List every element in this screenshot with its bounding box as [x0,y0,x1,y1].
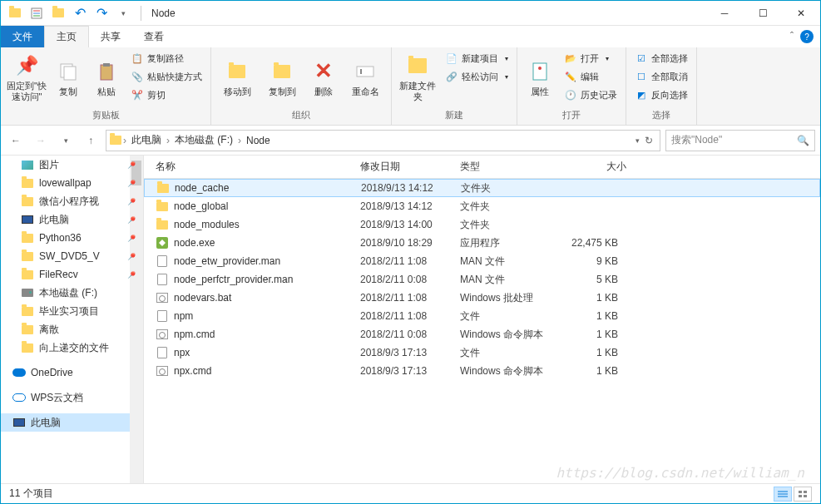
tab-share[interactable]: 共享 [89,26,132,47]
crumb-folder[interactable]: Node [243,135,274,146]
sidebar-item[interactable]: 本地磁盘 (F:) [1,284,143,302]
sidebar-item[interactable]: 图片📍 [1,156,143,174]
table-row[interactable]: node_etw_provider.man 2018/2/11 1:08 MAN… [144,252,820,270]
sidebar-item[interactable]: WPS云文档 [1,388,143,407]
moveto-button[interactable]: 移动到 [216,49,258,106]
crumb-drive[interactable]: 本地磁盘 (F:) [171,133,236,147]
titlebar: ↶ ↷ ▾ Node ─ ☐ ✕ [1,1,820,26]
newitem-button[interactable]: 📄新建项目▾ [442,49,512,67]
col-date[interactable]: 修改日期 [360,160,460,174]
tab-home[interactable]: 主页 [44,26,89,47]
breadcrumb[interactable]: › 此电脑 › 本地磁盘 (F:) › Node ▾ ↻ [106,130,660,151]
pasteshortcut-button[interactable]: 📎粘贴快捷方式 [127,67,205,86]
search-input[interactable]: 搜索"Node" 🔍 [665,130,815,151]
chevron-right-icon[interactable]: › [166,135,170,146]
sidebar-item[interactable]: 微信小程序视📍 [1,192,143,210]
recent-dropdown[interactable]: ▾ [56,131,76,151]
minimize-button[interactable]: ─ [705,1,744,26]
addressbar: ← → ▾ ↑ › 此电脑 › 本地磁盘 (F:) › Node ▾ ↻ 搜索"… [1,126,820,156]
col-type[interactable]: 类型 [460,160,560,174]
table-row[interactable]: nodevars.bat 2018/2/11 1:08 Windows 批处理 … [144,289,820,307]
selectnone-button[interactable]: ☐全部取消 [631,67,691,86]
edit-button[interactable]: ✏️编辑 [561,67,621,86]
refresh-icon[interactable]: ↻ [645,135,653,146]
sidebar-item[interactable]: Python36📍 [1,229,143,247]
tab-file[interactable]: 文件 [1,26,44,47]
rename-button[interactable]: 重命名 [344,49,386,106]
folder-icon [156,200,169,213]
table-row[interactable]: node_modules 2018/9/13 14:00 文件夹 [144,215,820,234]
chevron-right-icon[interactable]: › [238,135,241,146]
properties-icon[interactable] [27,4,46,22]
paste-button[interactable]: 粘贴 [89,49,124,106]
file-icon [156,273,169,286]
table-row[interactable]: node.exe 2018/9/10 18:29 应用程序 22,475 KB [144,234,820,252]
sidebar-item[interactable]: 此电脑 [1,413,143,432]
sidebar-item[interactable]: SW_DVD5_V📍 [1,247,143,265]
folder-icon [156,218,169,231]
redo-icon[interactable]: ↷ [92,4,111,22]
help-icon[interactable]: ? [800,30,814,43]
search-icon[interactable]: 🔍 [797,135,809,146]
view-icons-button[interactable] [794,487,812,502]
selectnone-icon: ☐ [635,70,648,83]
view-details-button[interactable] [774,487,792,502]
properties-button[interactable]: 属性 [522,49,557,106]
easyaccess-icon: 🔗 [445,70,458,83]
table-row[interactable]: npm.cmd 2018/2/11 0:08 Windows 命令脚本 1 KB [144,325,820,343]
sidebar-item[interactable]: 此电脑📍 [1,210,143,229]
new-folder-icon[interactable] [49,4,67,22]
forward-button[interactable]: → [31,131,51,151]
history-icon: 🕐 [564,88,577,101]
table-row[interactable]: npx 2018/9/3 17:13 文件 1 KB [144,343,820,362]
folder-icon [21,268,34,281]
svg-rect-17 [799,495,802,497]
undo-icon[interactable]: ↶ [71,4,89,22]
cut-button[interactable]: ✂️剪切 [127,86,205,104]
svg-rect-15 [799,491,802,493]
col-size[interactable]: 大小 [560,160,626,174]
selectall-button[interactable]: ☑全部选择 [631,49,691,67]
table-row[interactable]: node_global 2018/9/13 14:12 文件夹 [144,197,820,215]
up-button[interactable]: ↑ [81,131,101,151]
file-size: 22,475 KB [560,237,626,249]
collapse-ribbon-icon[interactable]: ˆ [790,31,794,42]
window-title: Node [145,7,705,19]
copypath-button[interactable]: 📋复制路径 [127,49,205,67]
newfolder-button[interactable]: 新建文件夹 [397,49,438,106]
open-button[interactable]: 📂打开▾ [561,49,621,67]
invertsel-button[interactable]: ◩反向选择 [631,86,691,104]
crumb-pc[interactable]: 此电脑 [128,133,165,147]
sidebar-item[interactable]: 离散 [1,320,143,338]
table-row[interactable]: npx.cmd 2018/9/3 17:13 Windows 命令脚本 1 KB [144,362,820,380]
sidebar-item[interactable]: lovewallpap📍 [1,174,143,192]
copypath-icon: 📋 [131,52,144,65]
file-name: node_etw_provider.man [174,255,360,267]
folder-icon [21,231,34,245]
qat-dropdown-icon[interactable]: ▾ [114,4,132,22]
maximize-button[interactable]: ☐ [744,1,782,26]
sidebar-item-label: FileRecv [39,269,78,280]
sidebar-item[interactable]: 向上递交的文件 [1,338,143,357]
pin-quickaccess-button[interactable]: 📌 固定到"快速访问" [6,49,47,106]
sidebar-item[interactable]: 毕业实习项目 [1,302,143,320]
easyaccess-button[interactable]: 🔗轻松访问▾ [442,67,512,86]
col-name[interactable]: 名称 [144,160,360,174]
sidebar-item[interactable]: OneDrive [1,363,143,382]
sidebar-item[interactable]: FileRecv📍 [1,265,143,284]
copy-button[interactable]: 复制 [51,49,86,106]
history-button[interactable]: 🕐历史记录 [561,86,621,104]
file-date: 2018/2/11 0:08 [360,329,460,340]
chevron-down-icon[interactable]: ▾ [636,136,640,145]
sidebar-item-label: lovewallpap [39,177,91,189]
copyto-button[interactable]: 复制到 [261,49,303,106]
delete-button[interactable]: ✕ 删除 [306,49,341,106]
close-button[interactable]: ✕ [782,1,820,26]
chevron-right-icon[interactable]: › [123,135,126,146]
back-button[interactable]: ← [6,131,26,151]
table-row[interactable]: npm 2018/2/11 1:08 文件 1 KB [144,307,820,325]
tab-view[interactable]: 查看 [132,26,176,47]
table-row[interactable]: node_perfctr_provider.man 2018/2/11 0:08… [144,270,820,289]
table-row[interactable]: node_cache 2018/9/13 14:12 文件夹 [144,179,820,197]
svg-rect-16 [804,491,807,493]
